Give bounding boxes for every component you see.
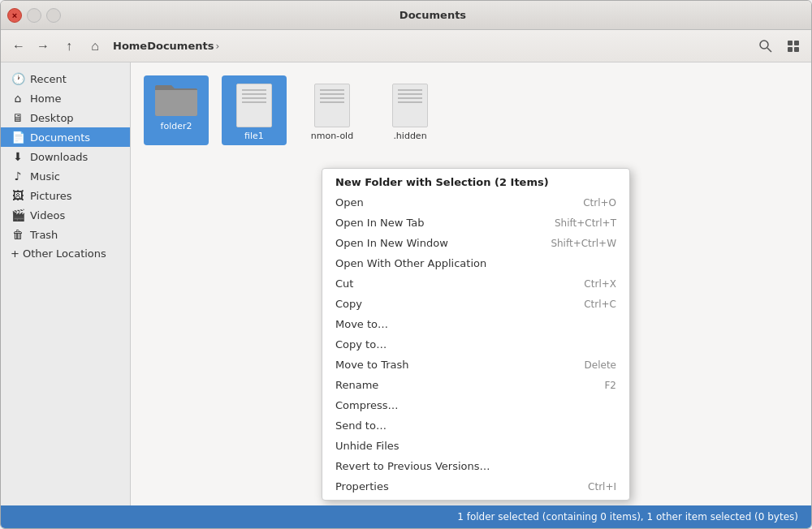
- forward-button[interactable]: →: [32, 35, 54, 58]
- back-button[interactable]: ←: [7, 35, 30, 58]
- svg-line-1: [767, 48, 771, 52]
- context-menu-item-copy[interactable]: Copy Ctrl+C: [322, 294, 629, 314]
- context-menu-item-move-to[interactable]: Move to…: [322, 314, 629, 334]
- unhide-files-label: Unhide Files: [335, 440, 400, 452]
- breadcrumb-documents[interactable]: Documents: [147, 40, 214, 52]
- svg-rect-3: [794, 41, 799, 45]
- file-doc-icon2: [314, 84, 350, 127]
- sidebar-item-documents[interactable]: 📄 Documents: [1, 127, 130, 147]
- context-menu-item-revert[interactable]: Revert to Previous Versions…: [322, 456, 629, 476]
- trash-icon: 🗑: [11, 228, 25, 241]
- folder-icon: [153, 79, 199, 118]
- home-icon: ⌂: [91, 39, 99, 54]
- file-doc-icon3: [392, 84, 428, 127]
- sidebar-item-desktop[interactable]: 🖥 Desktop: [1, 108, 130, 127]
- open-shortcut: Ctrl+O: [583, 197, 616, 209]
- svg-point-0: [760, 41, 768, 49]
- file-item-hidden[interactable]: .hidden: [378, 75, 443, 145]
- open-new-tab-label: Open In New Tab: [335, 217, 425, 229]
- file-doc-icon: [236, 84, 272, 127]
- context-menu-item-open[interactable]: Open Ctrl+O: [322, 192, 629, 213]
- sidebar-label-home: Home: [30, 92, 61, 105]
- sidebar-item-downloads[interactable]: ⬇ Downloads: [1, 147, 130, 166]
- revert-label: Revert to Previous Versions…: [335, 460, 490, 472]
- context-menu-item-new-folder-selection[interactable]: New Folder with Selection (2 Items): [322, 172, 629, 192]
- context-menu-item-properties[interactable]: Properties Ctrl+I: [322, 476, 629, 497]
- open-label: Open: [335, 196, 364, 209]
- file-name-folder2: folder2: [161, 121, 192, 132]
- context-menu-item-open-with-other[interactable]: Open With Other Application: [322, 253, 629, 273]
- context-menu-item-unhide-files[interactable]: Unhide Files: [322, 436, 629, 456]
- maximize-button[interactable]: [46, 8, 61, 23]
- other-locations-label: + Other Locations: [11, 247, 106, 260]
- recent-icon: 🕐: [11, 72, 25, 85]
- sidebar-label-downloads: Downloads: [30, 151, 88, 163]
- context-menu-item-open-new-tab[interactable]: Open In New Tab Shift+Ctrl+T: [322, 213, 629, 233]
- file-name-nmon-old: nmon-old: [311, 131, 353, 142]
- file-item-folder2[interactable]: folder2: [144, 75, 209, 145]
- grid-icon: [786, 39, 801, 54]
- close-icon: ×: [12, 11, 17, 20]
- downloads-icon: ⬇: [11, 150, 25, 163]
- sidebar-item-recent[interactable]: 🕐 Recent: [1, 69, 130, 88]
- sidebar-label-pictures: Pictures: [30, 190, 71, 202]
- statusbar-text: 1 folder selected (containing 0 items), …: [457, 511, 798, 523]
- copy-to-label: Copy to…: [335, 338, 387, 351]
- nav-buttons: ← →: [7, 35, 54, 58]
- context-menu-item-move-to-trash[interactable]: Move to Trash Delete: [322, 355, 629, 375]
- sidebar-item-videos[interactable]: 🎬 Videos: [1, 205, 130, 225]
- open-new-tab-shortcut: Shift+Ctrl+T: [555, 217, 616, 229]
- toolbar-right: [754, 35, 805, 58]
- minimize-button[interactable]: [27, 8, 41, 23]
- view-toggle-button[interactable]: [782, 35, 805, 58]
- home-button[interactable]: ⌂: [84, 35, 106, 58]
- breadcrumb-home[interactable]: Home: [113, 40, 147, 52]
- context-menu-item-compress[interactable]: Compress…: [322, 395, 629, 415]
- context-menu-item-copy-to[interactable]: Copy to…: [322, 334, 629, 355]
- search-button[interactable]: [754, 35, 777, 58]
- breadcrumb-end-arrow: ›: [215, 41, 219, 52]
- window-title: Documents: [61, 9, 805, 21]
- music-icon: ♪: [11, 170, 25, 183]
- file-view[interactable]: folder2 file1 nmon-old .hidden: [131, 62, 811, 505]
- forward-icon: →: [37, 39, 50, 54]
- open-new-window-shortcut: Shift+Ctrl+W: [551, 238, 616, 249]
- move-to-trash-shortcut: Delete: [585, 359, 616, 371]
- properties-shortcut: Ctrl+I: [588, 481, 616, 492]
- toolbar: ← → ↑ ⌂ Home Documents ›: [1, 30, 811, 62]
- titlebar: × Documents: [1, 1, 811, 30]
- context-menu-item-rename[interactable]: Rename F2: [322, 375, 629, 395]
- context-menu-item-send-to[interactable]: Send to…: [322, 415, 629, 436]
- sidebar-item-home[interactable]: ⌂ Home: [1, 88, 130, 108]
- file-item-nmon-old[interactable]: nmon-old: [300, 75, 365, 145]
- context-menu-item-cut[interactable]: Cut Ctrl+X: [322, 273, 629, 294]
- context-menu-item-open-new-window[interactable]: Open In New Window Shift+Ctrl+W: [322, 233, 629, 253]
- cut-shortcut: Ctrl+X: [584, 278, 616, 290]
- close-button[interactable]: ×: [7, 8, 22, 23]
- sidebar-item-pictures[interactable]: 🖼 Pictures: [1, 186, 130, 205]
- sidebar-item-music[interactable]: ♪ Music: [1, 166, 130, 186]
- sidebar-other-locations[interactable]: + Other Locations: [1, 244, 130, 263]
- back-icon: ←: [12, 39, 25, 54]
- move-to-trash-label: Move to Trash: [335, 359, 409, 371]
- file-name-hidden: .hidden: [393, 131, 426, 142]
- pictures-icon: 🖼: [11, 189, 25, 202]
- svg-rect-5: [794, 47, 799, 52]
- documents-icon: 📄: [11, 131, 25, 144]
- svg-rect-2: [788, 41, 793, 45]
- sidebar: 🕐 Recent ⌂ Home 🖥 Desktop 📄 Documents ⬇ …: [1, 62, 131, 505]
- sidebar-label-documents: Documents: [30, 131, 90, 144]
- file-name-file1: file1: [244, 131, 264, 142]
- sidebar-label-desktop: Desktop: [30, 112, 74, 124]
- file-item-file1[interactable]: file1: [222, 75, 287, 145]
- breadcrumb: Home Documents ›: [113, 40, 221, 52]
- titlebar-controls: ×: [7, 8, 61, 23]
- copy-shortcut: Ctrl+C: [584, 299, 616, 310]
- videos-icon: 🎬: [11, 209, 25, 221]
- sidebar-item-trash[interactable]: 🗑 Trash: [1, 225, 130, 244]
- rename-shortcut: F2: [604, 380, 616, 391]
- sidebar-label-trash: Trash: [30, 229, 58, 241]
- open-with-other-label: Open With Other Application: [335, 257, 486, 269]
- up-button[interactable]: ↑: [58, 35, 80, 58]
- copy-label: Copy: [335, 298, 362, 310]
